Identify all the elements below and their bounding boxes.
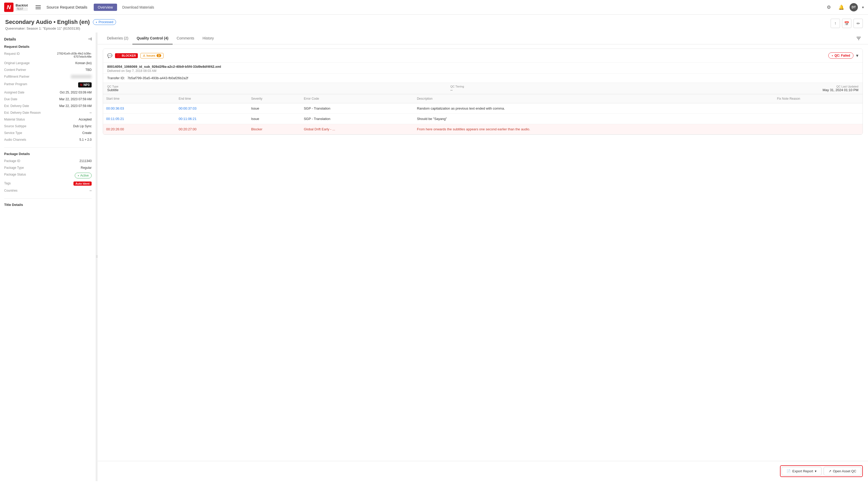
package-details-title: Package Details: [4, 152, 92, 156]
field-value-package-id: 2111343: [49, 158, 92, 163]
field-label-content-partner: Content Partner: [4, 67, 47, 72]
qc-delivered-date: Delivered on Sep 7, 2018 08:03 AM: [107, 69, 858, 73]
settings-icon-button[interactable]: ⚙: [825, 3, 833, 11]
qc-failed-status-badge[interactable]: QC: Failed: [828, 53, 854, 59]
menu-hamburger-button[interactable]: [34, 4, 42, 11]
field-value-tags: Auto Ident: [49, 181, 92, 186]
start-time-link-1[interactable]: 00:00:36:03: [106, 107, 124, 110]
qc-type-col: QC Type Subtitle: [107, 85, 451, 92]
field-label-countries: Countries: [4, 188, 47, 193]
export-report-icon: 📄: [786, 469, 790, 473]
field-label-est-delivery-reason: Est. Delivery Date Reason: [4, 110, 47, 115]
brand-label: Backlot TEST: [16, 3, 28, 11]
tab-deliveries[interactable]: Deliveries (2): [103, 32, 132, 44]
sidebar-collapse-icon[interactable]: ⊣: [88, 37, 92, 41]
calendar-icon-button[interactable]: 📅: [842, 19, 851, 28]
user-avatar[interactable]: DT: [849, 3, 858, 11]
end-time-link-2[interactable]: 00:11:06:21: [179, 117, 196, 121]
open-asset-qc-button[interactable]: ↗ Open Asset QC: [824, 467, 861, 476]
cell-severity-2: Issue: [248, 114, 301, 124]
start-time-link-2[interactable]: 00:11:05:21: [106, 117, 124, 121]
export-report-dropdown-arrow[interactable]: ▾: [815, 469, 816, 473]
tab-comments[interactable]: Comments: [173, 32, 198, 44]
col-error-code: Error Code: [301, 94, 414, 103]
content-tabs-list: Deliveries (2) Quality Control (4) Comme…: [103, 32, 218, 44]
field-label-package-type: Package Type: [4, 165, 47, 170]
page-title: Source Request Details: [46, 5, 88, 9]
field-value-service-type: Create: [49, 130, 92, 135]
qc-content: 💬 🚫 BLOCKER ⚠ Issues 3 QC: Failed ▾: [98, 44, 868, 143]
transfer-id-label: Transfer ID:: [107, 76, 125, 80]
qc-tiering-value: --: [451, 88, 794, 92]
table-row: 00:11:05:21 00:11:06:21 Issue SGP - Tran…: [103, 114, 863, 124]
open-asset-qc-label: Open Asset QC: [833, 469, 856, 473]
field-label-tags: Tags: [4, 181, 47, 186]
table-row: 00:20:26:00 00:20:27:00 Blocker Global D…: [103, 124, 863, 134]
field-label-source-subtype: Source Subtype: [4, 124, 47, 129]
field-value-assigned-date: Oct 25, 2022 03:09 AM: [49, 90, 92, 95]
cell-start-time-1: 00:00:36:03: [103, 103, 176, 114]
field-label-est-delivery-date: Est. Delivery Date: [4, 103, 47, 109]
content-area: Deliveries (2) Quality Control (4) Comme…: [98, 32, 868, 481]
sidebar-details-title: Details: [4, 37, 16, 41]
brand-letter: N: [7, 4, 11, 11]
field-label-material-status: Material Status: [4, 117, 47, 122]
field-value-package-type: Regular: [49, 165, 92, 170]
cell-severity-1: Issue: [248, 103, 301, 114]
sidebar: Details ⊣ Request Details Request ID 278…: [0, 32, 96, 481]
tab-download-materials[interactable]: Download Materials: [118, 4, 158, 11]
tab-quality-control[interactable]: Quality Control (4): [132, 32, 173, 44]
field-value-est-delivery-reason: --: [49, 110, 92, 115]
start-time-link-3[interactable]: 00:20:26:00: [106, 127, 124, 131]
page-header: Secondary Audio • English (en) Processed…: [0, 14, 868, 32]
filter-icon-button[interactable]: [855, 34, 863, 42]
qc-file-name: 80014054_1066069_id_sub_926d2f9a-a2c2-40…: [107, 65, 858, 68]
active-status-badge: Active: [75, 173, 92, 178]
package-details-grid: Package ID 2111343 Package Type Regular …: [4, 158, 92, 193]
app-env: TEST: [16, 7, 28, 11]
cell-error-code-3: Global Drift Early - ...: [301, 124, 414, 134]
top-nav: N Backlot TEST Source Request Details Ov…: [0, 0, 868, 14]
blocker-icon: 🚫: [117, 54, 121, 57]
qc-card-expand-icon[interactable]: ▾: [856, 53, 858, 58]
tab-history[interactable]: History: [198, 32, 218, 44]
user-dropdown-arrow[interactable]: ▾: [862, 5, 864, 9]
qc-last-updated-label: QC Last Updated: [794, 85, 858, 88]
field-value-content-partner: TBD: [49, 67, 92, 72]
cell-error-code-2: SGP - Translation: [301, 114, 414, 124]
app-name: Backlot: [16, 3, 28, 7]
field-label-service-type: Service Type: [4, 130, 47, 135]
netflix-n-icon: N: [80, 83, 83, 87]
field-value-est-delivery-date: Mar 22, 2023 07:59 AM: [49, 103, 92, 109]
cell-description-3: From here onwards the subtitles appears …: [414, 124, 774, 134]
notifications-icon-button[interactable]: 🔔: [837, 3, 845, 11]
qc-filename-row: 80014054_1066069_id_sub_926d2f9a-a2c2-40…: [103, 62, 863, 73]
issues-count-badge: 3: [157, 54, 161, 57]
open-external-icon: ↗: [829, 469, 831, 473]
qc-type-label: QC Type: [107, 85, 451, 88]
cell-fix-note-3: [774, 124, 863, 134]
field-label-request-id: Request ID: [4, 51, 47, 59]
end-time-link-3[interactable]: 00:20:27:00: [179, 127, 196, 131]
cell-fix-note-2: [774, 114, 863, 124]
table-row: 00:00:36:03 00:00:37:03 Issue SGP - Tran…: [103, 103, 863, 114]
bottom-actions-bar: 📄 Export Report ▾ ↗ Open Asset QC: [98, 461, 868, 481]
tab-overview[interactable]: Overview: [94, 4, 117, 11]
page-subtitle: Queenmaker: Season 1: "Episode 11" (8150…: [5, 27, 116, 30]
field-label-package-id: Package ID: [4, 158, 47, 163]
issues-label: Issues: [146, 54, 155, 57]
edit-icon-button[interactable]: ✏: [854, 19, 863, 28]
field-value-material-status: Accepted: [49, 117, 92, 122]
qc-tiering-col: QC Tiering --: [451, 85, 794, 92]
field-label-package-status: Package Status: [4, 172, 47, 179]
content-tabs-bar: Deliveries (2) Quality Control (4) Comme…: [98, 32, 868, 44]
field-label-assigned-date: Assigned Date: [4, 90, 47, 95]
cell-start-time-3: 00:20:26:00: [103, 124, 176, 134]
processed-status-badge: Processed: [93, 19, 116, 25]
upload-icon-button[interactable]: ↑: [831, 19, 840, 28]
end-time-link-1[interactable]: 00:00:37:03: [179, 107, 196, 110]
field-label-audio-channels: Audio Channels: [4, 137, 47, 142]
blocker-label: BLOCKER: [122, 54, 136, 57]
export-report-button[interactable]: 📄 Export Report ▾: [781, 467, 821, 476]
cell-description-2: Should be "Sayang": [414, 114, 774, 124]
